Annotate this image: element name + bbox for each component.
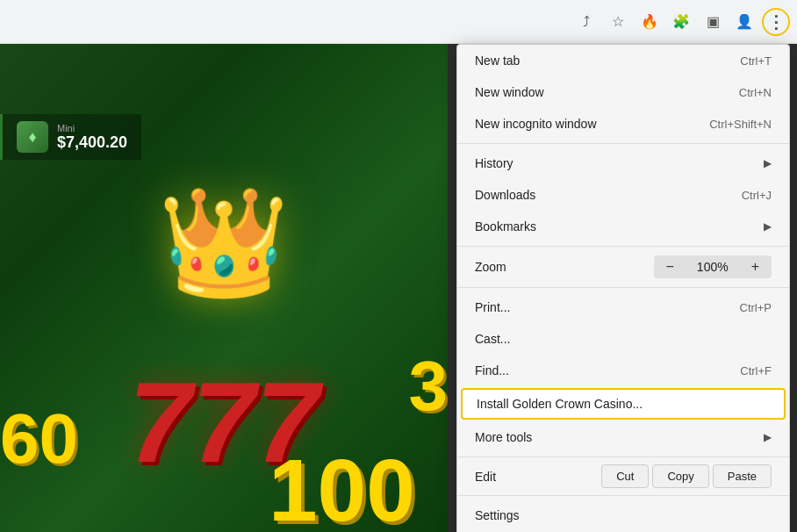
separator-4 bbox=[457, 457, 789, 457]
jackpot-label: Mini bbox=[57, 123, 127, 133]
zoom-controls: − 100% + bbox=[654, 255, 772, 278]
jackpot-icon: ♦ bbox=[17, 121, 48, 153]
install-casino-label: Install Golden Crown Casino... bbox=[477, 397, 643, 411]
edit-buttons: Cut Copy Paste bbox=[601, 464, 772, 488]
downloads-label: Downloads bbox=[475, 188, 535, 202]
install-casino-item[interactable]: Install Golden Crown Casino... bbox=[461, 388, 786, 420]
settings-item[interactable]: Settings bbox=[457, 500, 789, 531]
number-60: 60 bbox=[0, 399, 78, 479]
find-label: Find... bbox=[475, 363, 509, 377]
flame-button[interactable]: 🔥 bbox=[635, 8, 664, 36]
separator-1 bbox=[457, 143, 789, 144]
zoom-plus-button[interactable]: + bbox=[739, 255, 772, 278]
separator-3 bbox=[457, 287, 789, 288]
star-icon: ☆ bbox=[612, 13, 624, 30]
bookmarks-label: Bookmarks bbox=[475, 219, 536, 234]
share-icon: ⤴ bbox=[583, 14, 590, 30]
new-window-label: New window bbox=[475, 85, 544, 99]
history-arrow: ▶ bbox=[764, 157, 772, 169]
zoom-row: Zoom − 100% + bbox=[457, 250, 789, 284]
bookmarks-item[interactable]: Bookmarks ▶ bbox=[457, 211, 789, 242]
settings-label: Settings bbox=[475, 508, 520, 522]
jackpot-amount: $7,400.20 bbox=[57, 133, 127, 152]
separator-5 bbox=[457, 495, 789, 496]
share-button[interactable]: ⤴ bbox=[572, 8, 600, 36]
print-shortcut: Ctrl+P bbox=[740, 301, 772, 314]
number-100: 100 bbox=[269, 440, 415, 532]
incognito-item[interactable]: New incognito window Ctrl+Shift+N bbox=[457, 108, 789, 140]
incognito-label: New incognito window bbox=[475, 117, 597, 131]
puzzle-icon: 🧩 bbox=[672, 13, 690, 30]
cut-button[interactable]: Cut bbox=[601, 464, 649, 488]
edit-label: Edit bbox=[475, 470, 601, 484]
new-window-shortcut: Ctrl+N bbox=[739, 86, 772, 99]
downloads-shortcut: Ctrl+J bbox=[742, 189, 772, 202]
extensions-button[interactable]: 🧩 bbox=[667, 8, 695, 36]
copy-button[interactable]: Copy bbox=[652, 464, 708, 488]
separator-2 bbox=[457, 246, 789, 247]
number-30: 3 bbox=[409, 346, 449, 427]
media-button[interactable]: ▣ bbox=[699, 8, 727, 36]
print-label: Print... bbox=[475, 300, 510, 314]
downloads-item[interactable]: Downloads Ctrl+J bbox=[457, 179, 789, 211]
history-item[interactable]: History ▶ bbox=[457, 147, 789, 179]
browser-toolbar: ⤴ ☆ 🔥 🧩 ▣ 👤 ⋮ bbox=[0, 0, 797, 44]
flame-icon: 🔥 bbox=[641, 13, 658, 30]
cast-label: Cast... bbox=[475, 332, 510, 346]
find-shortcut: Ctrl+F bbox=[740, 364, 772, 377]
new-tab-item[interactable]: New tab Ctrl+T bbox=[457, 45, 789, 76]
profile-button[interactable]: 👤 bbox=[730, 8, 758, 36]
print-item[interactable]: Print... Ctrl+P bbox=[457, 291, 789, 323]
paste-button[interactable]: Paste bbox=[713, 464, 772, 488]
new-window-item[interactable]: New window Ctrl+N bbox=[457, 76, 789, 108]
more-tools-label: More tools bbox=[475, 430, 532, 444]
new-tab-label: New tab bbox=[475, 54, 520, 68]
bookmark-button[interactable]: ☆ bbox=[604, 8, 632, 36]
new-tab-shortcut: Ctrl+T bbox=[740, 54, 772, 68]
zoom-value: 100% bbox=[686, 256, 739, 277]
find-item[interactable]: Find... Ctrl+F bbox=[457, 355, 789, 386]
more-button[interactable]: ⋮ bbox=[762, 8, 790, 36]
history-label: History bbox=[475, 156, 513, 170]
crown-decoration: 👑 bbox=[158, 181, 290, 305]
casino-background: ♦ Mini $7,400.20 👑 60 777 3 100 bbox=[0, 0, 448, 532]
bookmarks-arrow: ▶ bbox=[764, 220, 772, 233]
slots-area: 👑 60 777 3 100 bbox=[0, 163, 448, 532]
edit-row: Edit Cut Copy Paste bbox=[457, 461, 789, 492]
jackpot-bar: ♦ Mini $7,400.20 bbox=[0, 114, 141, 160]
more-tools-item[interactable]: More tools ▶ bbox=[457, 421, 789, 453]
tablet-icon: ▣ bbox=[707, 13, 720, 30]
dots-icon: ⋮ bbox=[767, 11, 785, 32]
cast-item[interactable]: Cast... bbox=[457, 323, 789, 355]
user-icon: 👤 bbox=[736, 13, 753, 30]
zoom-minus-button[interactable]: − bbox=[654, 255, 686, 278]
zoom-label: Zoom bbox=[475, 260, 654, 274]
context-menu: New tab Ctrl+T New window Ctrl+N New inc… bbox=[456, 44, 790, 532]
incognito-shortcut: Ctrl+Shift+N bbox=[709, 118, 772, 131]
more-tools-arrow: ▶ bbox=[764, 431, 772, 443]
